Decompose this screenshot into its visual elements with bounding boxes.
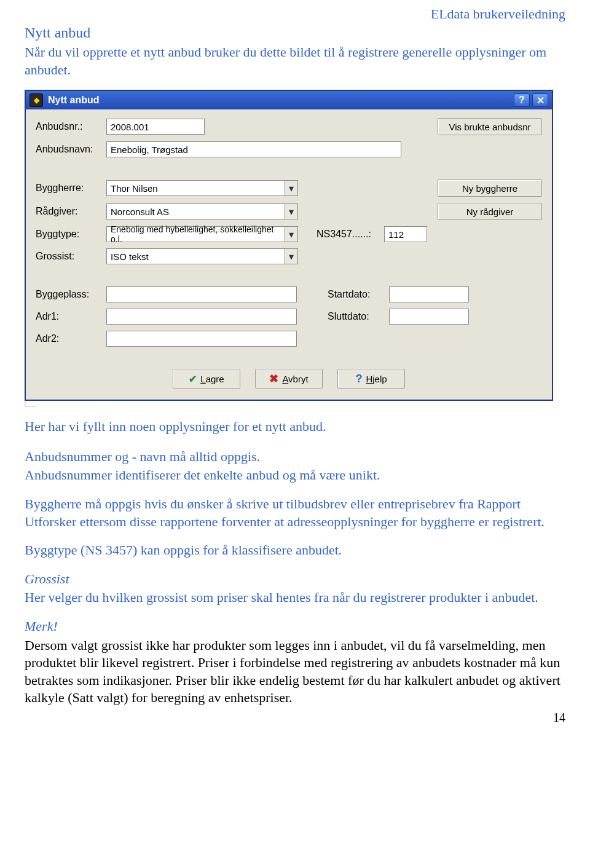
radgiver-field[interactable]: Norconsult AS: [106, 203, 285, 219]
label-grossist: Grossist:: [36, 251, 106, 262]
label-byggherre: Byggherre:: [36, 183, 106, 194]
startdato-field[interactable]: [389, 286, 469, 302]
byggtype-field[interactable]: Enebolig med hybelleilighet, sokkelleili…: [106, 226, 285, 242]
ny-byggherre-button[interactable]: Ny byggherre: [438, 180, 542, 197]
ny-radgiver-button[interactable]: Ny rådgiver: [438, 203, 542, 220]
nytt-anbud-dialog: ◆ Nytt anbud ? ✕ Anbudsnr.: 2008.001 Vis…: [25, 90, 553, 401]
sluttdato-field[interactable]: [389, 309, 469, 325]
label-adr1: Adr1:: [36, 311, 106, 322]
paragraph-3: Anbudsnummer identifiserer det enkelte a…: [25, 467, 565, 484]
anbudsnavn-field[interactable]: Enebolig, Trøgstad: [106, 141, 401, 157]
cancel-icon: ✖: [269, 372, 278, 385]
check-icon: ✔: [189, 373, 197, 385]
adr2-field[interactable]: [106, 331, 297, 347]
grossist-dropdown[interactable]: ▾: [285, 248, 298, 264]
intro-paragraph: Når du vil opprette et nytt anbud bruker…: [25, 44, 565, 79]
adr1-field[interactable]: [106, 309, 297, 325]
help-icon: ?: [355, 373, 362, 385]
paragraph-1: Her har vi fyllt inn noen opplysninger f…: [25, 418, 565, 436]
grossist-field[interactable]: ISO tekst: [106, 248, 285, 264]
label-sluttdato: Sluttdato:: [328, 311, 389, 322]
hjelp-button[interactable]: ? Hjelp: [337, 369, 405, 389]
window-title: Nytt anbud: [48, 95, 511, 106]
image-corner-artifact: [25, 402, 37, 407]
label-radgiver: Rådgiver:: [36, 206, 106, 217]
lagre-label: Lagre: [200, 374, 224, 384]
byggeplass-field[interactable]: [106, 286, 297, 302]
merk-heading: Merk!: [25, 618, 565, 636]
paragraph-5: Byggtype (NS 3457) kan oppgis for å klas…: [25, 542, 565, 559]
help-titlebar-button[interactable]: ?: [514, 93, 530, 107]
vis-brukte-button[interactable]: Vis brukte anbudsnr: [438, 118, 542, 135]
titlebar: ◆ Nytt anbud ? ✕: [26, 91, 552, 109]
label-adr2: Adr2:: [36, 333, 106, 344]
grossist-heading: Grossist: [25, 570, 565, 588]
lagre-button[interactable]: ✔ Lagre: [173, 369, 240, 389]
label-startdato: Startdato:: [328, 289, 389, 300]
radgiver-dropdown[interactable]: ▾: [285, 203, 298, 219]
avbryt-label: Avbryt: [282, 374, 308, 384]
paragraph-2: Anbudsnummer og - navn må alltid oppgis.: [25, 448, 565, 466]
label-ns3457: NS3457......:: [317, 229, 384, 240]
anbudsnr-field[interactable]: 2008.001: [106, 119, 205, 135]
label-byggtype: Byggtype:: [36, 229, 106, 240]
label-anbudsnavn: Anbudsnavn:: [36, 144, 106, 155]
avbryt-button[interactable]: ✖ Avbryt: [255, 369, 323, 389]
paragraph-7: Dersom valgt grossist ikke har produkter…: [25, 637, 565, 707]
hjelp-label: Hjelp: [366, 374, 387, 384]
page-number: 14: [25, 711, 565, 725]
paragraph-6: Her velger du hvilken grossist som prise…: [25, 589, 565, 607]
close-button[interactable]: ✕: [532, 93, 548, 107]
byggherre-dropdown[interactable]: ▾: [285, 180, 298, 196]
paragraph-4: Byggherre må oppgis hvis du ønsker å skr…: [25, 495, 565, 531]
label-byggeplass: Byggeplass:: [36, 289, 106, 300]
ns3457-field[interactable]: 112: [384, 226, 427, 242]
app-icon: ◆: [30, 93, 43, 107]
byggherre-field[interactable]: Thor Nilsen: [106, 180, 285, 196]
header-brand: ELdata brukerveiledning: [25, 6, 565, 22]
label-anbudsnr: Anbudsnr.:: [36, 121, 106, 132]
page-title: Nytt anbud: [25, 25, 565, 41]
byggtype-dropdown[interactable]: ▾: [285, 226, 298, 242]
